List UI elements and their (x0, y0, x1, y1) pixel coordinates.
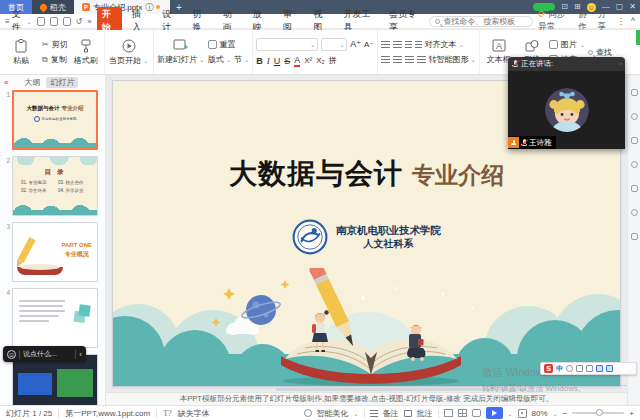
chat-input-placeholder[interactable]: 说点什么... (23, 349, 72, 359)
fit-to-window-button[interactable] (518, 409, 527, 418)
ime-mic-icon[interactable] (576, 365, 583, 372)
meeting-video-overlay[interactable]: 正在讲话: » 王诗雅 (508, 57, 625, 149)
zoom-slider[interactable] (572, 412, 624, 414)
rail-pin-icon[interactable] (631, 161, 638, 168)
layout-button[interactable]: 版式 ⌄ (208, 54, 231, 65)
cut-button[interactable]: ✂剪切 (42, 39, 68, 50)
slide-org-block[interactable]: 南京机电职业技术学院 人文社科系 (113, 219, 620, 255)
align-center-icon[interactable] (393, 56, 402, 63)
bold-button[interactable]: B (256, 56, 263, 66)
meeting-chat-bubble[interactable]: ☺ 说点什么... ‹ (3, 346, 86, 362)
collapse-video-icon[interactable]: » (618, 59, 621, 69)
export-icon[interactable] (63, 17, 71, 26)
rail-history-icon[interactable] (631, 113, 638, 120)
sogou-logo-icon[interactable]: S (544, 364, 553, 373)
underline-button[interactable]: U (274, 56, 281, 66)
missing-font-icon: T? (163, 409, 171, 418)
rail-comment-icon[interactable] (631, 185, 638, 192)
command-search[interactable] (429, 16, 533, 27)
format-painter-button[interactable]: 格式刷 (71, 39, 101, 66)
slide-thumbnail-3[interactable]: PART ONE专业概况 (12, 222, 98, 282)
smart-shape-button[interactable]: 转智能图形 ⌄ (429, 54, 476, 65)
more-menu-icon[interactable]: ⋮ (617, 16, 626, 26)
phonetic-button[interactable]: 拼 (329, 55, 337, 66)
play-from-current-button[interactable]: 当页开始 ⌄ (108, 39, 150, 66)
collapse-chat-icon[interactable]: ‹ (79, 350, 82, 359)
comments-button[interactable]: 批注 (417, 408, 433, 419)
rail-favorite-icon[interactable] (631, 209, 638, 216)
align-justify-icon[interactable] (417, 56, 426, 63)
new-slide-button[interactable]: 新建幻灯片 ⌄ (157, 39, 205, 65)
horizontal-scrollbar[interactable] (276, 388, 526, 391)
collapse-ribbon-icon[interactable]: ^ (631, 16, 635, 26)
sorter-view-button[interactable] (458, 409, 467, 417)
section-button[interactable]: 节 ⌄ (234, 54, 249, 65)
zoom-in-button[interactable]: + (629, 409, 634, 418)
mic-muted-icon (521, 138, 527, 147)
reset-button[interactable]: 重置 (208, 39, 250, 50)
rail-properties-icon[interactable] (631, 89, 638, 96)
slide-thumbnail-row: 3 PART ONE专业概况 (2, 222, 101, 282)
picture-button[interactable]: 图片 ⌄ (549, 39, 585, 50)
zoom-slider-thumb[interactable] (596, 409, 603, 416)
align-right-icon[interactable] (405, 56, 414, 63)
slide-thumbnail-1[interactable]: 大数据与会计 专业介绍 南京机电职业技术学院 (12, 90, 98, 150)
ime-keyboard-icon[interactable] (586, 365, 593, 372)
superscript-button[interactable]: X² (304, 56, 312, 65)
emoji-icon[interactable]: ☺ (7, 350, 16, 359)
paste-button[interactable]: 粘贴 (3, 39, 39, 66)
slides-tab[interactable]: 幻灯片 (46, 77, 78, 88)
toolbar-overflow-icon[interactable]: » (87, 17, 91, 26)
find-button[interactable]: 查找 (588, 47, 612, 58)
slide-thumbnail-4[interactable] (12, 288, 98, 348)
zoom-out-button[interactable]: − (563, 409, 568, 418)
ime-language-icon[interactable]: 中 (556, 364, 563, 374)
align-text-button[interactable]: 对齐文本 ⌄ (425, 39, 464, 50)
ime-skin-icon[interactable] (596, 365, 603, 372)
italic-button[interactable]: I (267, 56, 270, 66)
ribbon-play-group: 当页开始 ⌄ (105, 30, 154, 74)
normal-view-button[interactable] (444, 409, 453, 417)
collapse-panel-icon[interactable]: « (4, 78, 8, 87)
number-list-icon[interactable] (393, 41, 402, 48)
bullet-list-icon[interactable] (381, 41, 390, 48)
search-input[interactable] (443, 17, 533, 26)
zoom-level[interactable]: 80% (532, 409, 548, 418)
undo-icon[interactable]: ↺ (76, 17, 83, 26)
increase-font-button[interactable]: A⁺ (350, 39, 361, 49)
font-color-button[interactable]: A (294, 55, 300, 67)
rail-toolbox-icon[interactable] (631, 233, 638, 240)
rail-image-icon[interactable] (631, 137, 638, 144)
copy-button[interactable]: ⧉复制 (42, 54, 68, 65)
slide-thumbnail-2[interactable]: 目 录 01. 专业概况03. 校企合作 02. 学生培养04. 升学就业 (12, 156, 98, 216)
print-icon[interactable] (50, 17, 58, 26)
missing-font-label[interactable]: 缺失字体 (178, 408, 210, 419)
indent-increase-icon[interactable] (415, 41, 422, 48)
align-left-icon[interactable] (381, 56, 390, 63)
ime-toolbar[interactable]: S 中 (540, 362, 637, 375)
overflow-dots[interactable]: ... (618, 378, 626, 388)
slideshow-play-button[interactable] (486, 407, 503, 419)
play-circle-icon (122, 39, 136, 53)
subscript-button[interactable]: X₂ (316, 56, 324, 65)
slide-title[interactable]: 大数据与会计 专业介绍 (113, 155, 620, 193)
font-size-select[interactable]: ⌄ (321, 38, 347, 51)
thumb-wave-art (14, 136, 96, 148)
video-tile[interactable]: 王诗雅 (508, 71, 625, 149)
tab-document[interactable]: P专业介绍.pptxⓘ (74, 0, 170, 14)
font-family-select[interactable]: ⌄ (256, 38, 318, 51)
notes-button[interactable]: 备注 (383, 408, 399, 419)
reading-view-button[interactable] (472, 409, 481, 417)
save-icon[interactable] (37, 17, 45, 26)
ime-toolbox-icon[interactable] (606, 365, 613, 372)
ime-emoji-icon[interactable] (566, 365, 573, 372)
indent-decrease-icon[interactable] (405, 41, 412, 48)
beautify-button[interactable]: 智能美化 (317, 408, 349, 419)
tab-docer[interactable]: 稻壳 (32, 0, 74, 14)
decrease-font-button[interactable]: A⁻ (364, 40, 374, 49)
strikethrough-button[interactable]: S (284, 56, 290, 66)
mic-muted-icon (512, 60, 518, 69)
beautify-icon (304, 409, 312, 417)
host-badge-icon (508, 137, 519, 148)
outline-tab[interactable]: 大纲 (24, 77, 40, 88)
